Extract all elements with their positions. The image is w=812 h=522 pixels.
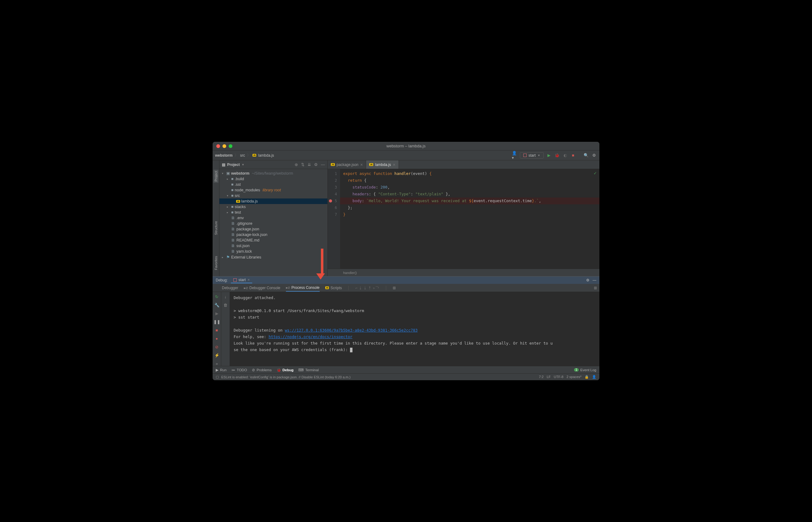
debugger-tab[interactable]: Debugger [222,284,238,292]
clear-icon[interactable]: 🗑 [224,303,227,307]
mute-bp-icon[interactable]: ⊘ [215,345,218,349]
inspector-icon[interactable]: 👤 [592,375,596,379]
line-number[interactable]: 2 [328,177,340,184]
expand-all-icon[interactable]: ⇅ [301,162,305,167]
minimize-window-icon[interactable] [223,144,226,148]
indent[interactable]: 2 spaces* [567,375,581,379]
step-toolbar[interactable]: ⌐ ⭳ ⭳ ⭱ ↻ ⤵ [355,286,379,290]
lock-icon[interactable]: 🔒 [585,375,589,379]
editor-code[interactable]: export async function handler(event) { r… [340,169,599,269]
layout-icon[interactable]: ⊞ [594,286,597,290]
tree-root[interactable]: ▾▣ webstorm~/Sites/fwang/webstorm [220,170,327,176]
pause-icon[interactable]: ❚❚ [213,320,220,324]
line-number[interactable]: 1 [328,170,340,177]
problems-tool[interactable]: ⊘ Problems [252,368,272,372]
line-number[interactable]: 7 [328,211,340,218]
tree-item-lambda.js[interactable]: JS lambda.js [220,198,327,204]
navigation-bar: webstorm 〉 src 〉 JS lambda.js 👤▾ start ▼… [213,150,599,160]
project-icon: ▤ [222,163,225,167]
event-log[interactable]: 1 Event Log [574,368,596,372]
tree-item-.build[interactable]: ▸■ .build [220,176,327,182]
editor-tab-lambda.js[interactable]: JSlambda.js× [366,160,399,169]
tree-item-sst.json[interactable]: 🗎 sst.json [220,243,327,248]
breakpoints-icon[interactable]: ● [216,336,218,341]
window-title: webstorm – lambda.js [387,144,425,148]
process-console-tab[interactable]: ▸⎚Process Console [286,284,320,292]
debugger-console-tab[interactable]: ▸⎚Debugger Console [244,284,280,292]
collapse-all-icon[interactable]: ⇊ [308,162,311,167]
terminal-tool[interactable]: ⌨ Terminal [298,368,318,372]
tree-item-src[interactable]: ▾■ src [220,193,327,198]
console-line: Debugger listening on ws://127.0.0.1:636… [234,327,596,334]
calculator-icon[interactable]: ⊞ [393,286,396,290]
tree-item-.sst[interactable]: ■ .sst [220,182,327,187]
titlebar: webstorm – lambda.js [213,142,599,150]
tree-item-package.json[interactable]: 🗎 package.json [220,226,327,232]
tree-item-README.md[interactable]: 🗎 README.md [220,238,327,243]
breadcrumb-file[interactable]: lambda.js [258,153,274,158]
user-icon[interactable]: 👤▾ [512,153,517,158]
editor-tab-package.json[interactable]: JSpackage.json× [328,160,366,169]
line-number[interactable]: 5 [328,198,340,204]
editor-breadcrumb[interactable]: handler() [328,269,599,276]
stop-button[interactable]: ■ [570,153,576,158]
close-window-icon[interactable] [216,144,220,148]
editor-gutter[interactable]: 1234567 [328,169,340,269]
external-libraries[interactable]: ▸⚑ External Libraries [220,254,327,260]
tree-item-stacks[interactable]: ▸■ stacks [220,204,327,209]
structure-tool-tab[interactable]: Structure [213,220,218,236]
left-tool-gutter: Project Structure Favorites npm [213,160,220,276]
run-tool[interactable]: ▶ Run [216,368,227,372]
inspection-ok-icon[interactable]: ✓ [594,171,597,176]
scroll-icon[interactable]: ↓ [224,295,227,299]
todo-tool[interactable]: ≔ TODO [231,368,247,372]
search-icon[interactable]: 🔍 [583,153,589,158]
breakpoint-icon[interactable] [329,199,332,202]
bottom-tool-bar: ▶ Run ≔ TODO ⊘ Problems 🐞 Debug ⌨ Termin… [213,366,599,374]
scripts-tab[interactable]: JSScripts [325,284,342,292]
encoding[interactable]: UTF-8 [554,375,563,379]
line-ending[interactable]: LF [547,375,551,379]
resume-icon[interactable]: ▶ [215,311,218,316]
line-number[interactable]: 3 [328,184,340,191]
debug-session-tab[interactable]: start × [231,277,252,283]
ws-link[interactable]: ws://127.0.0.1:63606/9a7b5be3-a8e2-43bd-… [285,328,418,333]
favorites-tool-tab[interactable]: Favorites [213,255,218,271]
hide-panel-icon[interactable]: — [321,162,325,167]
tree-item-test[interactable]: ▸■ test [220,209,327,215]
process-console-output[interactable]: Debugger attached. > webstorm@0.1.0 star… [230,292,599,366]
run-button[interactable]: ▶ [546,153,552,158]
tree-item-yarn.lock[interactable]: 🗎 yarn.lock [220,248,327,254]
tree-item-node_modules[interactable]: ■ node_moduleslibrary root [220,187,327,193]
help-link[interactable]: https://nodejs.org/en/docs/inspector [269,334,352,339]
hide-debug-icon[interactable]: — [592,278,596,282]
tree-item-package-lock.json[interactable]: 🗎 package-lock.json [220,232,327,238]
line-number[interactable]: 4 [328,191,340,198]
cursor-position[interactable]: 7:2 [539,375,543,379]
project-tool-tab[interactable]: Project [213,170,218,183]
rerun-icon[interactable]: ↻ [215,295,218,299]
panel-settings-icon[interactable]: ⚙ [314,162,318,167]
thread-icon[interactable]: ⚡ [214,353,220,358]
run-config-selector[interactable]: start ▼ [520,152,544,159]
tree-item-.gitignore[interactable]: 🗎 .gitignore [220,221,327,226]
project-tree[interactable]: ▾▣ webstorm~/Sites/fwang/webstorm▸■ .bui… [220,169,327,276]
js-file-icon: JS [325,286,329,289]
debug-tool[interactable]: 🐞 Debug [277,368,294,372]
maximize-window-icon[interactable] [229,144,232,148]
stop-icon[interactable]: ■ [216,328,218,333]
tree-item-.env[interactable]: 🗎 .env [220,215,327,221]
debug-button[interactable]: 🐞 [554,153,560,158]
breadcrumb-folder[interactable]: src [240,153,245,158]
breadcrumb[interactable]: webstorm 〉 src 〉 JS lambda.js [215,153,274,158]
more-icon[interactable]: » [216,361,218,366]
locate-icon[interactable]: ⊕ [295,162,298,167]
breadcrumb-project[interactable]: webstorm [215,153,233,158]
status-message[interactable]: ESLint is enabled: 'eslintConfig' is in … [221,375,351,379]
line-number[interactable]: 6 [328,204,340,211]
settings-icon[interactable]: ⚙ [591,153,597,158]
wrench-icon[interactable]: 🔧 [214,303,220,307]
status-icon[interactable]: ▢ [216,375,219,379]
coverage-button[interactable]: ◐ [562,153,568,158]
debug-settings-icon[interactable]: ⚙ [586,278,589,282]
